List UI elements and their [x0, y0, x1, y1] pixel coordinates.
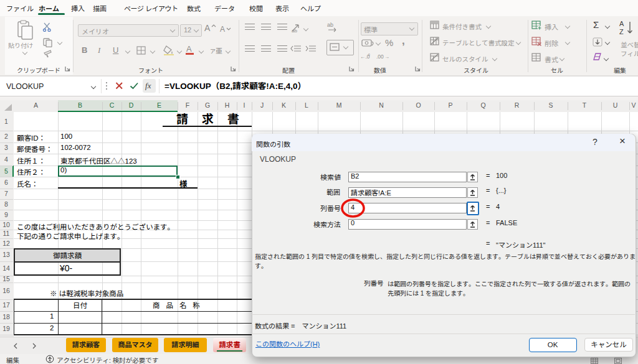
svg-text:Z: Z [619, 28, 624, 35]
svg-text:ab: ab [327, 22, 333, 28]
svg-text:.00: .00 [376, 54, 384, 60]
svg-text:ab: ab [292, 28, 297, 33]
svg-text:0: 0 [368, 53, 370, 57]
svg-text:A: A [619, 20, 624, 27]
svg-text:→: → [384, 54, 389, 60]
